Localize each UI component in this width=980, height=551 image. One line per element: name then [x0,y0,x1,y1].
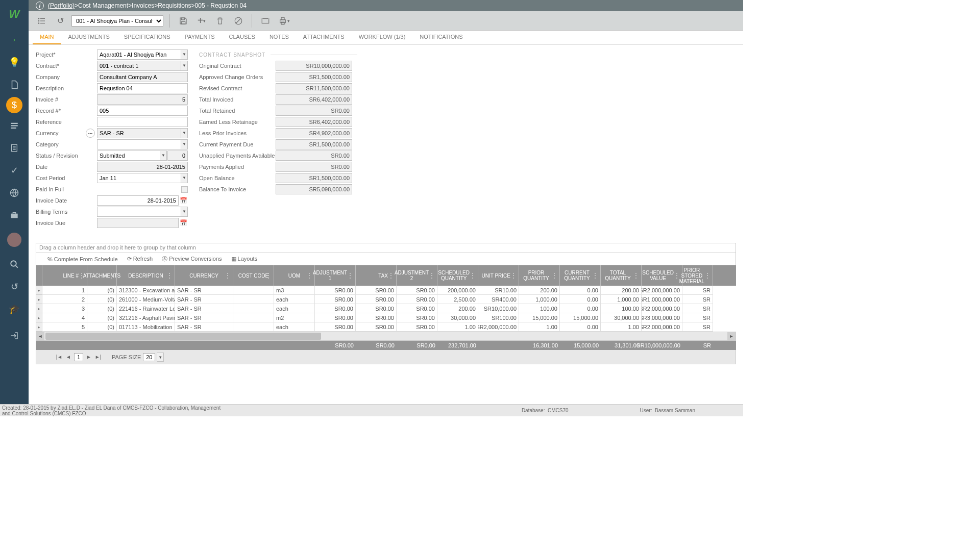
nav-logout-icon[interactable] [4,325,24,346]
tab-workflow-[interactable]: WORKFLOW (1/3) [352,31,413,44]
pager-next-icon[interactable]: ► [85,354,92,361]
nav-globe-icon[interactable] [4,183,24,203]
breadcrumb-item[interactable]: Requisitions [158,2,191,9]
dropdown-icon[interactable]: ▼ [181,49,188,60]
expand-icon[interactable]: ▸ [36,295,42,304]
dropdown-icon[interactable]: ▼ [160,151,167,161]
cost-period-field[interactable] [97,173,181,183]
column-header[interactable]: DESCRIPTION⋮ [117,265,175,286]
currency-field[interactable] [97,128,181,138]
column-header[interactable]: ADJUSTMENT 1⋮ [315,265,356,286]
nav-history-icon[interactable]: ↺ [4,277,24,297]
contract-field[interactable] [97,61,181,71]
column-header[interactable]: PRIOR STORED MATERIAL⋮ [682,265,713,286]
invoice-date-field[interactable] [97,195,179,206]
nav-idea-icon[interactable]: 💡 [4,52,24,72]
paid-in-full-checkbox[interactable] [181,186,188,193]
project-field[interactable] [97,49,181,60]
invoice-no-field[interactable] [97,94,188,105]
nav-doc-icon[interactable] [4,74,24,95]
nav-grad-icon[interactable]: 🎓 [4,299,24,319]
column-header[interactable]: ADJUSTMENT 2⋮ [397,265,437,286]
nav-calc-icon[interactable] [4,138,24,158]
nav-briefcase-icon[interactable] [4,205,24,226]
column-header[interactable]: SCHEDULED VALUE⋮ [642,265,682,286]
tab-payments[interactable]: PAYMENTS [178,31,222,44]
revision-field[interactable] [167,151,188,161]
table-row[interactable]: ▸4(0)321216 - Asphalt PavingSAR - SRm2SR… [36,313,736,322]
info-icon[interactable]: i [36,2,44,10]
horizontal-scrollbar[interactable]: ◄ ► [36,332,736,341]
calendar-icon[interactable]: 📅 [179,218,188,228]
expand-icon[interactable]: ▸ [36,313,42,322]
company-field[interactable] [97,72,188,82]
currency-more-icon[interactable]: ••• [86,129,95,138]
date-field[interactable] [97,162,188,172]
record-no-field[interactable] [97,106,188,116]
tab-notes[interactable]: NOTES [262,31,296,44]
pager-last-icon[interactable]: ►| [94,354,102,361]
category-field[interactable] [97,139,181,149]
preview-conversions-button[interactable]: ⓢ Preview Conversions [162,255,222,263]
column-header[interactable]: SCHEDULED QUANTITY⋮ [437,265,478,286]
tab-clauses[interactable]: CLAUSES [222,31,262,44]
group-by-hint[interactable]: Drag a column header and drop it here to… [36,243,736,253]
pager-first-icon[interactable]: |◄ [56,354,63,361]
print-icon[interactable]: ▾ [277,14,291,28]
pager-current-page[interactable] [74,353,83,361]
pager-prev-icon[interactable]: ◄ [65,354,72,361]
breadcrumb-portfolio[interactable]: (Portfolio) [48,2,75,9]
breadcrumb-item[interactable]: Invoices [132,2,154,9]
tab-attachments[interactable]: ATTACHMENTS [296,31,352,44]
toolbar-history-icon[interactable]: ↺ [53,14,67,28]
scroll-left-icon[interactable]: ◄ [36,332,44,340]
user-avatar[interactable] [7,233,21,247]
column-header[interactable]: CURRENT QUANTITY⋮ [560,265,601,286]
column-header[interactable]: COST CODE⋮ [233,265,274,286]
delete-icon[interactable] [213,14,227,28]
tab-main[interactable]: MAIN [33,31,61,44]
dropdown-icon[interactable]: ▼ [181,207,188,217]
column-header[interactable]: UOM⋮ [274,265,315,286]
calendar-icon[interactable]: 📅 [179,195,188,206]
dropdown-icon[interactable]: ▼ [181,173,188,183]
column-header[interactable]: TOTAL QUANTITY⋮ [601,265,642,286]
dropdown-icon[interactable]: ▼ [181,139,188,149]
column-header[interactable]: LINE #⋮ [42,265,87,286]
column-header[interactable]: CURRENCY⋮ [175,265,233,286]
status-field[interactable] [97,151,160,161]
layouts-button[interactable]: ▦ Layouts [231,256,258,262]
refresh-button[interactable]: ⟳ Refresh [127,256,153,262]
dropdown-icon[interactable]: ▼ [181,128,188,138]
tab-adjustments[interactable]: ADJUSTMENTS [61,31,117,44]
toolbar-list-icon[interactable] [35,14,49,28]
column-header[interactable]: TAX⋮ [356,265,397,286]
reference-field[interactable] [97,117,188,127]
expand-icon[interactable]: ▸ [36,286,42,295]
dropdown-icon[interactable]: ▼ [157,353,164,362]
nav-cost-icon[interactable]: $ [6,97,22,113]
nav-search-icon[interactable] [4,254,24,274]
add-icon[interactable]: +▾ [194,14,209,28]
invoice-due-field[interactable] [97,218,179,228]
page-size-field[interactable] [143,353,155,361]
block-icon[interactable] [231,14,246,28]
billing-terms-field[interactable] [97,207,181,217]
complete-from-schedule-button[interactable]: % Complete From Schedule [47,256,118,262]
table-row[interactable]: ▸5(0)017113 - MobilizationSAR - SReachSR… [36,322,736,332]
mail-icon[interactable] [258,14,273,28]
table-row[interactable]: ▸1(0)312300 - Excavation andSAR - SRm3SR… [36,286,736,295]
scroll-right-icon[interactable]: ► [727,332,736,340]
save-icon[interactable] [176,14,190,28]
expand-icon[interactable]: ▸ [36,304,42,313]
breadcrumb-item[interactable]: Cost Management [78,2,128,9]
table-row[interactable]: ▸3(0)221416 - Rainwater LeadeSAR - SReac… [36,304,736,313]
column-header[interactable]: ATTACHMENTS⋮ [87,265,117,286]
toolbar-record-select[interactable]: 001 - Al Shoqiya Plan - Consultant C [71,15,163,27]
tab-specifications[interactable]: SPECIFICATIONS [117,31,178,44]
nav-check-icon[interactable]: ✓ [4,160,24,181]
column-header[interactable]: PRIOR QUANTITY⋮ [519,265,560,286]
nav-list-icon[interactable] [4,115,24,136]
description-field[interactable] [97,83,188,93]
nav-expand-icon[interactable]: › [4,30,24,50]
